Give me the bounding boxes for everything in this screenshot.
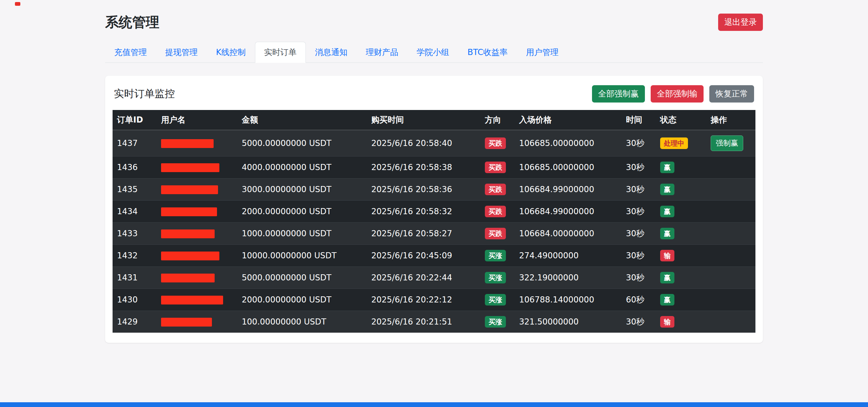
status-cell: 赢 <box>656 200 706 222</box>
order-id-cell: 1434 <box>113 200 157 222</box>
tab-bar: 充值管理提现管理K线控制实时订单消息通知理财产品学院小组BTC收益率用户管理 <box>105 42 763 63</box>
entry-price-cell: 106684.99000000 <box>515 200 622 222</box>
tab-kline-control[interactable]: K线控制 <box>207 42 255 63</box>
tab-withdraw[interactable]: 提现管理 <box>156 42 207 63</box>
purchase-time-cell: 2025/6/16 20:45:09 <box>367 244 480 266</box>
direction-cell: 买涨 <box>480 266 515 289</box>
tab-notifications[interactable]: 消息通知 <box>306 42 357 63</box>
amount-cell: 1000.00000000 USDT <box>237 222 367 244</box>
direction-badge: 买跌 <box>485 184 506 195</box>
direction-cell: 买涨 <box>480 244 515 266</box>
header-row: 系统管理 退出登录 <box>105 13 763 32</box>
purchase-time-cell: 2025/6/16 20:58:40 <box>367 130 480 156</box>
username-cell <box>157 200 237 222</box>
status-cell: 赢 <box>656 178 706 200</box>
purchase-time-cell: 2025/6/16 20:58:32 <box>367 200 480 222</box>
order-table-body: 1437 5000.00000000 USDT 2025/6/16 20:58:… <box>113 130 755 333</box>
amount-cell: 2000.00000000 USDT <box>237 289 367 311</box>
amount-cell: 5000.00000000 USDT <box>237 266 367 289</box>
username-redaction <box>161 274 215 282</box>
amount-cell: 3000.00000000 USDT <box>237 178 367 200</box>
column-header: 购买时间 <box>367 110 480 130</box>
status-cell: 赢 <box>656 266 706 289</box>
amount-cell: 4000.00000000 USDT <box>237 156 367 178</box>
direction-badge: 买跌 <box>485 206 506 217</box>
status-badge: 输 <box>660 316 674 328</box>
direction-cell: 买涨 <box>480 311 515 333</box>
card-actions: 全部强制赢 全部强制输 恢复正常 <box>588 85 754 103</box>
table-row: 1434 2000.00000000 USDT 2025/6/16 20:58:… <box>113 200 755 222</box>
username-redaction <box>161 163 219 172</box>
action-cell <box>706 244 755 266</box>
order-id-cell: 1429 <box>113 311 157 333</box>
direction-badge: 买涨 <box>485 294 506 306</box>
status-cell: 赢 <box>656 156 706 178</box>
tab-realtime-orders[interactable]: 实时订单 <box>255 42 306 63</box>
status-cell: 处理中 <box>656 130 706 156</box>
table-row: 1429 100.00000000 USDT 2025/6/16 20:21:5… <box>113 311 755 333</box>
status-badge: 赢 <box>660 162 674 173</box>
amount-cell: 5000.00000000 USDT <box>237 130 367 156</box>
purchase-time-cell: 2025/6/16 20:58:27 <box>367 222 480 244</box>
column-header: 金额 <box>237 110 367 130</box>
duration-cell: 30秒 <box>622 311 656 333</box>
force-win-button[interactable]: 强制赢 <box>711 135 743 151</box>
username-redaction <box>161 207 217 216</box>
username-cell <box>157 311 237 333</box>
action-cell <box>706 266 755 289</box>
restore-normal-button[interactable]: 恢复正常 <box>709 85 754 103</box>
duration-cell: 30秒 <box>622 266 656 289</box>
tab-recharge[interactable]: 充值管理 <box>105 42 156 63</box>
tab-academy-groups[interactable]: 学院小组 <box>408 42 458 63</box>
panel-title: 实时订单监控 <box>114 87 175 101</box>
table-row: 1433 1000.00000000 USDT 2025/6/16 20:58:… <box>113 222 755 244</box>
direction-cell: 买涨 <box>480 289 515 311</box>
entry-price-cell: 106685.00000000 <box>515 156 622 178</box>
orders-table-head: 订单ID用户名金额购买时间方向入场价格时间状态操作 <box>113 110 755 130</box>
status-cell: 输 <box>656 244 706 266</box>
duration-cell: 30秒 <box>622 200 656 222</box>
username-redaction <box>161 229 215 238</box>
status-cell: 赢 <box>656 222 706 244</box>
force-lose-all-button[interactable]: 全部强制输 <box>651 85 704 103</box>
status-badge: 处理中 <box>660 137 688 149</box>
red-indicator-dot <box>15 2 20 6</box>
order-id-cell: 1437 <box>113 130 157 156</box>
logout-button[interactable]: 退出登录 <box>718 14 763 31</box>
action-cell <box>706 289 755 311</box>
direction-cell: 买跌 <box>480 222 515 244</box>
entry-price-cell: 321.50000000 <box>515 311 622 333</box>
column-header: 用户名 <box>157 110 237 130</box>
username-redaction <box>161 318 212 327</box>
direction-cell: 买跌 <box>480 130 515 156</box>
force-win-all-button[interactable]: 全部强制赢 <box>592 85 645 103</box>
table-row: 1435 3000.00000000 USDT 2025/6/16 20:58:… <box>113 178 755 200</box>
purchase-time-cell: 2025/6/16 20:22:12 <box>367 289 480 311</box>
direction-badge: 买跌 <box>485 228 506 239</box>
direction-badge: 买跌 <box>485 137 506 149</box>
duration-cell: 30秒 <box>622 178 656 200</box>
username-redaction <box>161 139 214 148</box>
page: 系统管理 退出登录 充值管理提现管理K线控制实时订单消息通知理财产品学院小组BT… <box>105 0 763 343</box>
direction-cell: 买跌 <box>480 200 515 222</box>
table-row: 1436 4000.00000000 USDT 2025/6/16 20:58:… <box>113 156 755 178</box>
tab-wealth-products[interactable]: 理财产品 <box>357 42 408 63</box>
orders-card: 实时订单监控 全部强制赢 全部强制输 恢复正常 订单ID用户名金额购买时间方向入… <box>105 76 763 343</box>
action-cell <box>706 311 755 333</box>
header-row: 订单ID用户名金额购买时间方向入场价格时间状态操作 <box>113 110 755 130</box>
action-cell: 强制赢 <box>706 130 755 156</box>
amount-cell: 100.00000000 USDT <box>237 311 367 333</box>
column-header: 方向 <box>480 110 515 130</box>
tab-user-management[interactable]: 用户管理 <box>517 42 568 63</box>
order-id-cell: 1431 <box>113 266 157 289</box>
entry-price-cell: 106684.00000000 <box>515 222 622 244</box>
page-title: 系统管理 <box>105 13 159 32</box>
column-header: 状态 <box>656 110 706 130</box>
username-cell <box>157 156 237 178</box>
amount-cell: 2000.00000000 USDT <box>237 200 367 222</box>
action-cell <box>706 200 755 222</box>
username-cell <box>157 266 237 289</box>
username-cell <box>157 289 237 311</box>
tab-btc-yield[interactable]: BTC收益率 <box>458 42 517 63</box>
table-row: 1431 5000.00000000 USDT 2025/6/16 20:22:… <box>113 266 755 289</box>
